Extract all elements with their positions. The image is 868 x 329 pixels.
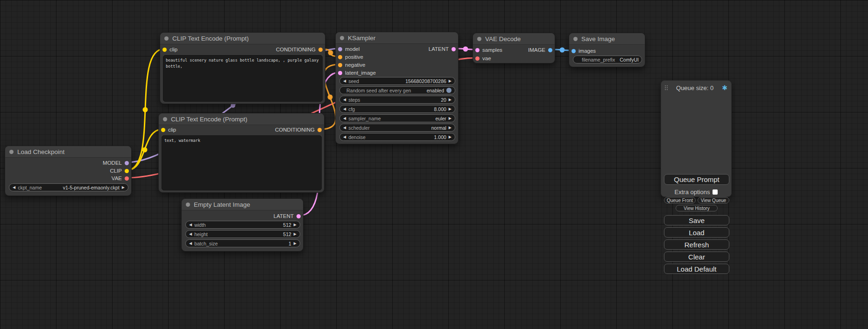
decrement-arrow-icon[interactable]: ◀	[343, 126, 346, 130]
queue-front-button[interactable]: Queue Front	[664, 197, 696, 203]
node-titlebar[interactable]: Load Checkpoint	[5, 146, 131, 158]
steps-widget[interactable]: ◀ steps 20 ▶	[339, 96, 455, 104]
node-clip-text-encode-positive[interactable]: CLIP Text Encode (Prompt) clip CONDITION…	[160, 32, 325, 104]
prompt-text-area[interactable]: beautiful scenery nature glass bottle la…	[163, 55, 323, 102]
port-dot-image[interactable]	[572, 49, 576, 53]
port-dot-clip[interactable]	[162, 48, 167, 52]
decrement-arrow-icon[interactable]: ◀	[343, 79, 346, 83]
increment-arrow-icon[interactable]: ▶	[449, 107, 452, 111]
view-history-button[interactable]: View History	[676, 205, 718, 211]
collapse-dot-icon[interactable]	[164, 36, 169, 41]
node-save-image[interactable]: Save Image images filename_prefix ComfyU…	[569, 33, 645, 67]
output-clip[interactable]: CLIP	[110, 168, 129, 174]
cfg-widget[interactable]: ◀ cfg 8.000 ▶	[339, 105, 455, 113]
collapse-dot-icon[interactable]	[186, 203, 190, 207]
input-samples[interactable]: samples	[475, 47, 502, 53]
port-dot-vae[interactable]	[475, 56, 480, 61]
node-graph-canvas[interactable]: Load Checkpoint MODEL CLIP VAE ◀ ckpt_na…	[0, 0, 868, 329]
decrement-arrow-icon[interactable]: ◀	[343, 117, 346, 120]
decrement-arrow-icon[interactable]: ◀	[189, 232, 192, 236]
port-dot-image[interactable]	[548, 48, 552, 52]
port-dot-latent[interactable]	[452, 47, 456, 51]
clear-button[interactable]: Clear	[664, 252, 729, 262]
decrement-arrow-icon[interactable]: ◀	[13, 186, 15, 189]
port-dot-conditioning[interactable]	[318, 48, 323, 52]
node-empty-latent-image[interactable]: Empty Latent Image LATENT ◀ width 512 ▶ …	[181, 198, 303, 252]
input-clip[interactable]: clip	[161, 126, 176, 133]
output-conditioning[interactable]: CONDITIONING	[275, 126, 322, 133]
prompt-text-area[interactable]: text, watermark	[162, 135, 322, 190]
input-positive[interactable]: positive	[338, 54, 363, 60]
port-dot-conditioning[interactable]	[318, 128, 322, 132]
input-model[interactable]: model	[338, 46, 360, 52]
node-load-checkpoint[interactable]: Load Checkpoint MODEL CLIP VAE ◀ ckpt_na…	[5, 146, 132, 196]
node-titlebar[interactable]: KSampler	[336, 32, 458, 44]
output-latent[interactable]: LATENT	[274, 213, 301, 219]
output-image[interactable]: IMAGE	[528, 47, 552, 53]
port-dot-vae[interactable]	[125, 176, 129, 181]
port-dot-model[interactable]	[125, 161, 129, 165]
node-titlebar[interactable]: Empty Latent Image	[182, 199, 303, 210]
input-negative[interactable]: negative	[338, 62, 365, 68]
increment-arrow-icon[interactable]: ▶	[449, 117, 452, 120]
port-dot-conditioning[interactable]	[338, 63, 342, 67]
width-widget[interactable]: ◀ width 512 ▶	[185, 221, 300, 229]
view-queue-button[interactable]: View Queue	[698, 197, 729, 203]
toggle-indicator[interactable]	[446, 88, 452, 93]
collapse-dot-icon[interactable]	[163, 117, 167, 121]
output-vae[interactable]: VAE	[112, 175, 129, 182]
node-titlebar[interactable]: CLIP Text Encode (Prompt)	[160, 33, 325, 44]
sampler-name-widget[interactable]: ◀ sampler_name euler ▶	[339, 114, 455, 122]
refresh-button[interactable]: Refresh	[664, 239, 729, 250]
output-conditioning[interactable]: CONDITIONING	[276, 46, 323, 53]
decrement-arrow-icon[interactable]: ◀	[189, 242, 192, 245]
input-images[interactable]: images	[572, 48, 596, 54]
seed-widget[interactable]: ◀ seed 156680208700286 ▶	[339, 77, 455, 85]
decrement-arrow-icon[interactable]: ◀	[343, 135, 346, 139]
increment-arrow-icon[interactable]: ▶	[294, 232, 296, 236]
increment-arrow-icon[interactable]: ▶	[449, 135, 452, 139]
node-vae-decode[interactable]: VAE Decode samples IMAGE vae	[473, 33, 555, 63]
settings-gear-icon[interactable]: ✱	[722, 84, 727, 91]
increment-arrow-icon[interactable]: ▶	[449, 79, 452, 83]
collapse-dot-icon[interactable]	[9, 150, 14, 154]
denoise-widget[interactable]: ◀ denoise 1.000 ▶	[339, 133, 455, 141]
increment-arrow-icon[interactable]: ▶	[122, 186, 125, 189]
collapse-dot-icon[interactable]	[573, 37, 578, 41]
node-titlebar[interactable]: CLIP Text Encode (Prompt)	[159, 113, 324, 125]
input-vae[interactable]: vae	[475, 55, 491, 62]
collapse-dot-icon[interactable]	[340, 36, 344, 40]
height-widget[interactable]: ◀ height 512 ▶	[185, 230, 300, 238]
input-latent-image[interactable]: latent_image	[338, 70, 376, 76]
increment-arrow-icon[interactable]: ▶	[449, 98, 452, 102]
decrement-arrow-icon[interactable]: ◀	[189, 223, 192, 227]
scheduler-widget[interactable]: ◀ scheduler normal ▶	[339, 124, 455, 132]
increment-arrow-icon[interactable]: ▶	[449, 126, 452, 130]
load-button[interactable]: Load	[664, 227, 729, 238]
port-dot-conditioning[interactable]	[338, 55, 342, 59]
node-ksampler[interactable]: KSampler model LATENT positive negative …	[335, 32, 459, 144]
port-dot-clip[interactable]	[125, 169, 129, 173]
node-titlebar[interactable]: VAE Decode	[473, 33, 555, 45]
node-titlebar[interactable]: Save Image	[569, 33, 645, 45]
batch-size-widget[interactable]: ◀ batch_size 1 ▶	[185, 239, 300, 247]
queue-menu-panel[interactable]: Queue size: 0 ✱ Queue Prompt Extra optio…	[661, 80, 732, 197]
extra-options-checkbox[interactable]	[713, 189, 718, 195]
random-seed-widget[interactable]: Random seed after every gen enabled	[339, 86, 455, 94]
output-model[interactable]: MODEL	[103, 160, 129, 166]
port-dot-model[interactable]	[338, 47, 342, 51]
filename-prefix-widget[interactable]: filename_prefix ComfyUI	[573, 56, 642, 63]
increment-arrow-icon[interactable]: ▶	[294, 223, 296, 227]
decrement-arrow-icon[interactable]: ◀	[343, 98, 346, 102]
port-dot-latent[interactable]	[338, 71, 342, 75]
collapse-dot-icon[interactable]	[477, 37, 481, 41]
input-clip[interactable]: clip	[162, 46, 177, 53]
queue-prompt-button[interactable]: Queue Prompt	[664, 174, 729, 185]
node-clip-text-encode-negative[interactable]: CLIP Text Encode (Prompt) clip CONDITION…	[158, 113, 325, 193]
increment-arrow-icon[interactable]: ▶	[294, 242, 296, 245]
ckpt-name-widget[interactable]: ◀ ckpt_name v1-5-pruned-emaonly.ckpt ▶	[9, 183, 128, 191]
load-default-button[interactable]: Load Default	[664, 264, 729, 274]
port-dot-latent[interactable]	[475, 48, 480, 52]
decrement-arrow-icon[interactable]: ◀	[343, 107, 346, 111]
port-dot-latent[interactable]	[296, 214, 301, 218]
